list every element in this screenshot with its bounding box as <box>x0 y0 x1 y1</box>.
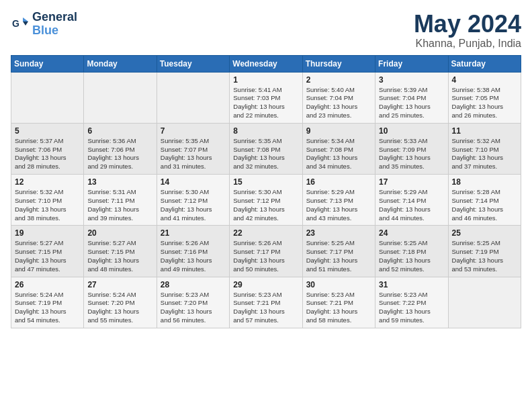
day-number: 27 <box>87 280 152 289</box>
day-number: 21 <box>161 228 226 238</box>
day-number: 16 <box>306 177 371 187</box>
day-info: Sunrise: 5:38 AM Sunset: 7:05 PM Dayligh… <box>452 86 517 120</box>
calendar-cell: 28Sunrise: 5:23 AM Sunset: 7:20 PM Dayli… <box>157 277 229 328</box>
day-info: Sunrise: 5:33 AM Sunset: 7:09 PM Dayligh… <box>379 137 444 171</box>
calendar-cell: 10Sunrise: 5:33 AM Sunset: 7:09 PM Dayli… <box>375 123 448 174</box>
calendar-cell: 12Sunrise: 5:32 AM Sunset: 7:10 PM Dayli… <box>11 175 84 226</box>
calendar-cell: 14Sunrise: 5:30 AM Sunset: 7:12 PM Dayli… <box>157 175 229 226</box>
day-number: 1 <box>233 75 298 85</box>
day-number: 22 <box>233 228 298 238</box>
calendar-cell: 23Sunrise: 5:25 AM Sunset: 7:17 PM Dayli… <box>302 226 375 277</box>
day-number: 9 <box>306 126 371 136</box>
day-number: 12 <box>15 177 80 187</box>
day-number: 17 <box>379 177 444 187</box>
calendar-week-row: 5Sunrise: 5:37 AM Sunset: 7:06 PM Daylig… <box>11 123 521 174</box>
calendar-cell: 24Sunrise: 5:25 AM Sunset: 7:18 PM Dayli… <box>375 226 448 277</box>
day-info: Sunrise: 5:37 AM Sunset: 7:06 PM Dayligh… <box>15 137 80 171</box>
calendar-cell <box>448 277 521 328</box>
day-number: 14 <box>161 177 226 187</box>
calendar-cell: 5Sunrise: 5:37 AM Sunset: 7:06 PM Daylig… <box>11 123 84 174</box>
day-info: Sunrise: 5:28 AM Sunset: 7:14 PM Dayligh… <box>452 188 517 222</box>
day-info: Sunrise: 5:23 AM Sunset: 7:21 PM Dayligh… <box>306 291 371 325</box>
day-number: 30 <box>306 280 371 289</box>
day-info: Sunrise: 5:32 AM Sunset: 7:10 PM Dayligh… <box>452 137 517 171</box>
calendar-cell: 4Sunrise: 5:38 AM Sunset: 7:05 PM Daylig… <box>448 72 521 123</box>
weekday-header: Tuesday <box>157 55 229 72</box>
day-info: Sunrise: 5:27 AM Sunset: 7:15 PM Dayligh… <box>87 239 152 273</box>
calendar-cell <box>84 72 157 123</box>
title-block: May 2024 Khanna, Punjab, India <box>414 11 521 50</box>
day-number: 8 <box>233 126 298 136</box>
calendar-cell: 27Sunrise: 5:24 AM Sunset: 7:20 PM Dayli… <box>84 277 157 328</box>
day-info: Sunrise: 5:25 AM Sunset: 7:17 PM Dayligh… <box>306 239 371 273</box>
svg-marker-2 <box>23 21 28 26</box>
calendar-cell: 11Sunrise: 5:32 AM Sunset: 7:10 PM Dayli… <box>448 123 521 174</box>
day-info: Sunrise: 5:32 AM Sunset: 7:10 PM Dayligh… <box>15 188 80 222</box>
calendar-cell: 21Sunrise: 5:26 AM Sunset: 7:16 PM Dayli… <box>157 226 229 277</box>
calendar-cell: 22Sunrise: 5:26 AM Sunset: 7:17 PM Dayli… <box>230 226 302 277</box>
day-info: Sunrise: 5:23 AM Sunset: 7:20 PM Dayligh… <box>161 291 226 325</box>
calendar-cell: 2Sunrise: 5:40 AM Sunset: 7:04 PM Daylig… <box>302 72 375 123</box>
calendar-cell: 6Sunrise: 5:36 AM Sunset: 7:06 PM Daylig… <box>84 123 157 174</box>
calendar-week-row: 26Sunrise: 5:24 AM Sunset: 7:19 PM Dayli… <box>11 277 521 328</box>
calendar-table: SundayMondayTuesdayWednesdayThursdayFrid… <box>11 55 521 328</box>
calendar-cell: 19Sunrise: 5:27 AM Sunset: 7:15 PM Dayli… <box>11 226 84 277</box>
day-info: Sunrise: 5:24 AM Sunset: 7:20 PM Dayligh… <box>87 291 152 325</box>
day-info: Sunrise: 5:34 AM Sunset: 7:08 PM Dayligh… <box>306 137 371 171</box>
calendar-cell: 30Sunrise: 5:23 AM Sunset: 7:21 PM Dayli… <box>302 277 375 328</box>
day-number: 19 <box>15 228 80 238</box>
weekday-header: Thursday <box>302 55 375 72</box>
day-info: Sunrise: 5:29 AM Sunset: 7:13 PM Dayligh… <box>306 188 371 222</box>
calendar-cell: 13Sunrise: 5:31 AM Sunset: 7:11 PM Dayli… <box>84 175 157 226</box>
day-info: Sunrise: 5:30 AM Sunset: 7:12 PM Dayligh… <box>233 188 298 222</box>
day-number: 24 <box>379 228 444 238</box>
calendar-cell: 7Sunrise: 5:35 AM Sunset: 7:07 PM Daylig… <box>157 123 229 174</box>
day-number: 23 <box>306 228 371 238</box>
day-info: Sunrise: 5:35 AM Sunset: 7:07 PM Dayligh… <box>161 137 226 171</box>
day-number: 10 <box>379 126 444 136</box>
calendar-cell: 1Sunrise: 5:41 AM Sunset: 7:03 PM Daylig… <box>230 72 302 123</box>
weekday-header: Saturday <box>448 55 521 72</box>
calendar-cell: 18Sunrise: 5:28 AM Sunset: 7:14 PM Dayli… <box>448 175 521 226</box>
day-info: Sunrise: 5:25 AM Sunset: 7:19 PM Dayligh… <box>452 239 517 273</box>
calendar-cell <box>157 72 229 123</box>
calendar-cell <box>11 72 84 123</box>
weekday-header: Monday <box>84 55 157 72</box>
day-number: 31 <box>379 280 444 289</box>
weekday-header-row: SundayMondayTuesdayWednesdayThursdayFrid… <box>11 55 521 72</box>
day-info: Sunrise: 5:26 AM Sunset: 7:17 PM Dayligh… <box>233 239 298 273</box>
day-info: Sunrise: 5:39 AM Sunset: 7:04 PM Dayligh… <box>379 86 444 120</box>
calendar-body: 1Sunrise: 5:41 AM Sunset: 7:03 PM Daylig… <box>11 72 521 328</box>
day-number: 28 <box>161 280 226 289</box>
day-info: Sunrise: 5:23 AM Sunset: 7:22 PM Dayligh… <box>379 291 444 325</box>
calendar-cell: 25Sunrise: 5:25 AM Sunset: 7:19 PM Dayli… <box>448 226 521 277</box>
calendar-week-row: 19Sunrise: 5:27 AM Sunset: 7:15 PM Dayli… <box>11 226 521 277</box>
weekday-header: Friday <box>375 55 448 72</box>
day-number: 18 <box>452 177 517 187</box>
day-info: Sunrise: 5:29 AM Sunset: 7:14 PM Dayligh… <box>379 188 444 222</box>
day-info: Sunrise: 5:23 AM Sunset: 7:21 PM Dayligh… <box>233 291 298 325</box>
day-info: Sunrise: 5:25 AM Sunset: 7:18 PM Dayligh… <box>379 239 444 273</box>
page-header: G General Blue May 2024 Khanna, Punjab, … <box>11 11 521 50</box>
day-number: 11 <box>452 126 517 136</box>
location: Khanna, Punjab, India <box>414 38 521 50</box>
weekday-header: Sunday <box>11 55 84 72</box>
calendar-cell: 3Sunrise: 5:39 AM Sunset: 7:04 PM Daylig… <box>375 72 448 123</box>
calendar-cell: 15Sunrise: 5:30 AM Sunset: 7:12 PM Dayli… <box>230 175 302 226</box>
day-info: Sunrise: 5:27 AM Sunset: 7:15 PM Dayligh… <box>15 239 80 273</box>
day-number: 26 <box>15 280 80 289</box>
day-info: Sunrise: 5:30 AM Sunset: 7:12 PM Dayligh… <box>161 188 226 222</box>
calendar-cell: 8Sunrise: 5:35 AM Sunset: 7:08 PM Daylig… <box>230 123 302 174</box>
calendar-cell: 17Sunrise: 5:29 AM Sunset: 7:14 PM Dayli… <box>375 175 448 226</box>
day-number: 4 <box>452 75 517 85</box>
day-number: 15 <box>233 177 298 187</box>
day-info: Sunrise: 5:24 AM Sunset: 7:19 PM Dayligh… <box>15 291 80 325</box>
day-number: 20 <box>87 228 152 238</box>
day-info: Sunrise: 5:26 AM Sunset: 7:16 PM Dayligh… <box>161 239 226 273</box>
month-title: May 2024 <box>414 11 521 38</box>
logo: G General Blue <box>11 11 77 38</box>
day-info: Sunrise: 5:40 AM Sunset: 7:04 PM Dayligh… <box>306 86 371 120</box>
day-number: 7 <box>161 126 226 136</box>
calendar-cell: 20Sunrise: 5:27 AM Sunset: 7:15 PM Dayli… <box>84 226 157 277</box>
logo-text: General Blue <box>32 11 77 38</box>
